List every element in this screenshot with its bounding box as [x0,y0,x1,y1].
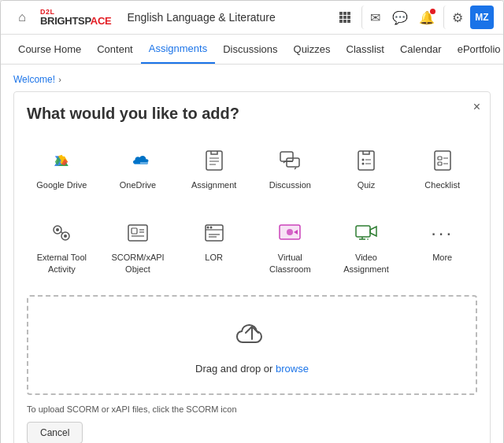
quiz-label: Quiz [358,179,376,190]
settings-button[interactable]: ⚙ [443,6,467,29]
modal-close-button[interactable]: × [473,100,480,114]
items-grid-row2: External Tool Activity SCORM/xAPI Object [27,211,477,282]
svg-rect-44 [356,226,370,237]
discussion-label: Discussion [269,179,311,190]
svg-rect-8 [347,20,350,23]
drop-zone-text: Drag and drop or browse [195,363,309,375]
add-external-tool-button[interactable]: External Tool Activity [27,211,97,282]
quiz-icon [352,146,380,175]
external-tool-label: External Tool Activity [30,252,94,275]
course-title: English Language & Literature [127,11,327,24]
items-grid-row1: Google Drive OneDrive [27,138,477,198]
home-button[interactable]: ⌂ [10,6,34,29]
svg-point-38 [209,227,212,229]
add-assignment-button[interactable]: Assignment [179,138,249,198]
svg-rect-6 [339,20,343,23]
browse-link[interactable]: browse [276,363,309,375]
scorm-label: SCORM/xAPI Object [106,252,170,275]
scorm-icon [124,219,152,247]
topbar: ⌂ D2L BRIGHTSPACE English Language & Lit… [1,1,503,35]
svg-point-16 [361,159,364,161]
svg-rect-21 [438,157,442,160]
email-button[interactable]: ✉ [361,6,385,29]
main-window: ⌂ D2L BRIGHTSPACE English Language & Lit… [0,0,504,443]
cancel-button[interactable]: Cancel [27,422,83,443]
drop-zone[interactable]: Drag and drop or browse [27,295,477,395]
notifications-button[interactable]: 🔔 [415,6,439,29]
virtual-classroom-icon [276,219,304,247]
svg-point-43 [287,229,293,235]
svg-rect-23 [438,162,442,165]
more-icon: ··· [428,219,457,247]
discussion-icon [276,146,304,175]
nav-content[interactable]: Content [89,35,141,63]
notification-dot [430,9,435,14]
lor-icon [200,219,228,247]
chat-button[interactable]: 💬 [388,6,412,29]
svg-rect-3 [339,16,343,19]
nav-calendar[interactable]: Calendar [392,35,450,63]
svg-point-18 [361,163,364,165]
breadcrumb-link[interactable]: Welcome! [13,74,55,85]
add-discussion-button[interactable]: Discussion [255,138,325,198]
add-lor-button[interactable]: LOR [179,211,249,282]
checklist-icon [428,146,457,175]
onedrive-icon [124,146,152,175]
logo: D2L BRIGHTSPACE [40,9,111,26]
add-scorm-button[interactable]: SCORM/xAPI Object [103,211,173,282]
avatar-button[interactable]: MZ [470,6,494,29]
add-more-button[interactable]: ··· More [407,211,477,282]
drop-text-prefix: Drag and drop or [195,363,276,375]
svg-point-37 [206,227,209,229]
svg-point-28 [64,234,67,238]
svg-rect-4 [343,16,346,19]
nav-eportfolio[interactable]: ePortfolio [450,35,504,63]
navbar: Course Home Content Assignments Discussi… [1,35,503,65]
google-drive-icon [47,146,76,175]
footer-note: To upload SCORM or xAPI files, click the… [27,404,477,414]
video-assignment-icon [352,219,380,247]
logo-brightspace: BRIGHTSPACE [40,16,111,26]
nav-assignments[interactable]: Assignments [141,35,215,64]
add-content-modal: × What would you like to add? [13,91,491,443]
nav-quizzes[interactable]: Quizzes [286,35,339,63]
topbar-icons: ✉ 💬 🔔 ⚙ MZ [333,6,494,29]
nav-course-home[interactable]: Course Home [10,35,89,63]
upload-icon [233,316,271,356]
add-quiz-button[interactable]: Quiz [332,138,402,198]
svg-rect-1 [343,12,346,15]
nav-discussions[interactable]: Discussions [215,35,285,63]
svg-rect-20 [435,151,450,170]
checklist-label: Checklist [424,179,460,190]
virtual-classroom-label: Virtual Classroom [258,252,322,275]
assignment-label: Assignment [191,179,236,190]
apps-button[interactable] [333,6,357,29]
nav-classlist[interactable]: Classlist [339,35,392,63]
assignment-icon [200,146,228,175]
svg-point-26 [56,228,59,231]
content-area: Welcome! › × What would you like to add? [1,65,503,443]
svg-rect-5 [347,16,350,19]
onedrive-label: OneDrive [120,179,156,190]
lor-label: LOR [205,252,223,263]
svg-rect-31 [132,228,137,234]
add-virtual-classroom-button[interactable]: Virtual Classroom [255,211,325,282]
add-google-drive-button[interactable]: Google Drive [27,138,97,198]
video-assignment-label: Video Assignment [335,252,398,275]
svg-rect-2 [347,12,350,15]
add-video-assignment-button[interactable]: Video Assignment [332,211,402,282]
google-drive-label: Google Drive [36,179,87,190]
add-onedrive-button[interactable]: OneDrive [103,138,173,198]
svg-rect-7 [343,20,346,23]
breadcrumb-arrow: › [58,75,61,84]
modal-title: What would you like to add? [27,105,477,123]
external-tool-icon [47,219,76,247]
add-checklist-button[interactable]: Checklist [407,138,477,198]
more-label: More [432,252,452,263]
svg-rect-0 [339,12,343,15]
breadcrumb: Welcome! › [13,74,491,85]
